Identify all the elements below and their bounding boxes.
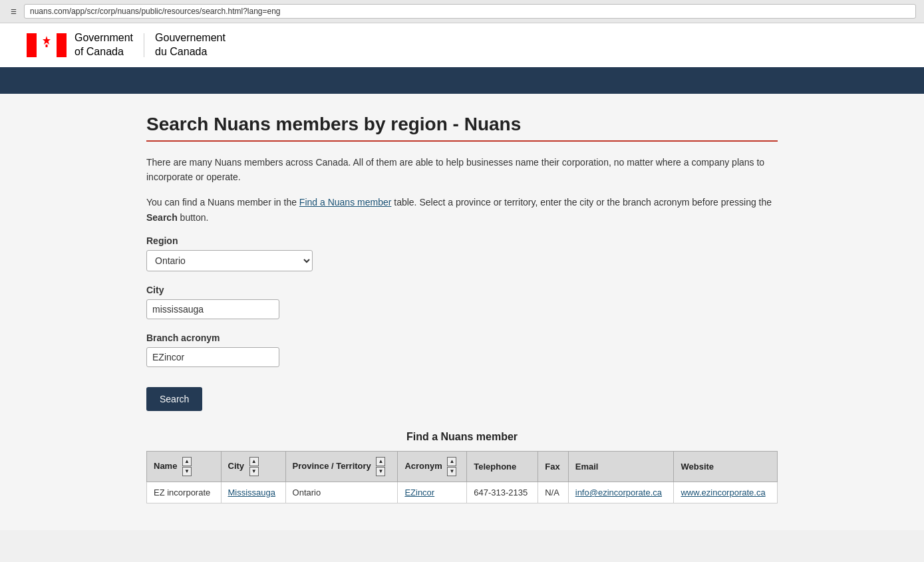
acronym-sort-down[interactable]: ▼ bbox=[447, 467, 456, 476]
table-row: EZ incorporate Mississauga Ontario EZinc… bbox=[147, 482, 778, 503]
intro2-post-text: table. Select a province or territory, e… bbox=[391, 197, 772, 208]
results-table: Name ▲ ▼ City ▲ ▼ Provin bbox=[146, 451, 778, 503]
website-link[interactable]: www.ezincorporate.ca bbox=[681, 488, 765, 497]
browser-menu-icon[interactable]: ☰ bbox=[8, 6, 19, 17]
find-member-link[interactable]: Find a Nuans member bbox=[299, 197, 392, 208]
col-acronym: Acronym ▲ ▼ bbox=[398, 452, 467, 482]
city-sort[interactable]: ▲ ▼ bbox=[249, 457, 259, 476]
city-sort-down[interactable]: ▼ bbox=[249, 467, 259, 476]
cell-acronym: EZincor bbox=[398, 482, 467, 503]
cell-province: Ontario bbox=[285, 482, 398, 503]
header-divider bbox=[144, 33, 144, 57]
region-label: Region bbox=[146, 235, 778, 246]
region-select[interactable]: Ontario All regions Alberta British Colu… bbox=[146, 250, 313, 271]
col-name: Name ▲ ▼ bbox=[147, 452, 222, 482]
acronym-sort-up[interactable]: ▲ bbox=[447, 457, 456, 466]
table-section: Find a Nuans member Name ▲ ▼ City ▲ bbox=[146, 431, 778, 503]
name-sort-up[interactable]: ▲ bbox=[182, 457, 192, 466]
svg-rect-2 bbox=[57, 33, 67, 57]
city-input[interactable] bbox=[146, 299, 279, 319]
cell-email: info@ezincorporate.ca bbox=[568, 482, 674, 503]
intro-paragraph-1: There are many Nuans members across Cana… bbox=[146, 155, 778, 185]
gov-name-en: Government of Canada bbox=[75, 31, 133, 59]
search-button[interactable]: Search bbox=[146, 387, 202, 411]
acronym-link[interactable]: EZincor bbox=[404, 488, 434, 497]
name-sort[interactable]: ▲ ▼ bbox=[182, 457, 192, 476]
intro2-pre-text: You can find a Nuans member in the bbox=[146, 197, 299, 208]
city-link[interactable]: Mississauga bbox=[228, 488, 276, 497]
cell-city: Mississauga bbox=[221, 482, 285, 503]
region-section: Region Ontario All regions Alberta Briti… bbox=[146, 235, 778, 271]
col-city: City ▲ ▼ bbox=[221, 452, 285, 482]
svg-rect-0 bbox=[27, 33, 37, 57]
branch-input[interactable] bbox=[146, 347, 279, 367]
url-bar[interactable]: nuans.com/app/scr/corp/nuans/public/reso… bbox=[24, 4, 916, 19]
cell-name: EZ incorporate bbox=[147, 482, 222, 503]
browser-bar: ☰ nuans.com/app/scr/corp/nuans/public/re… bbox=[0, 0, 924, 23]
intro2-search-bold: Search bbox=[146, 212, 178, 223]
email-link[interactable]: info@ezincorporate.ca bbox=[575, 488, 662, 497]
branch-label: Branch acronym bbox=[146, 333, 778, 343]
gov-name-fr: Gouvernement du Canada bbox=[155, 31, 226, 59]
acronym-sort[interactable]: ▲ ▼ bbox=[447, 457, 456, 476]
col-email: Email bbox=[568, 452, 674, 482]
main-content: Search Nuans members by region - Nuans T… bbox=[0, 94, 924, 531]
table-body: EZ incorporate Mississauga Ontario EZinc… bbox=[147, 482, 778, 503]
city-label: City bbox=[146, 285, 778, 295]
name-sort-down[interactable]: ▼ bbox=[182, 467, 192, 476]
cell-fax: N/A bbox=[538, 482, 569, 503]
canada-flag bbox=[27, 33, 67, 57]
city-section: City bbox=[146, 285, 778, 319]
col-telephone: Telephone bbox=[467, 452, 538, 482]
branch-section: Branch acronym bbox=[146, 333, 778, 367]
city-sort-up[interactable]: ▲ bbox=[249, 457, 259, 466]
cell-telephone: 647-313-2135 bbox=[467, 482, 538, 503]
province-sort-up[interactable]: ▲ bbox=[376, 457, 385, 466]
intro-paragraph-2: You can find a Nuans member in the Find … bbox=[146, 195, 778, 225]
site-header: Government of Canada Gouvernement du Can… bbox=[0, 23, 924, 67]
col-province: Province / Territory ▲ ▼ bbox=[285, 452, 398, 482]
table-title: Find a Nuans member bbox=[146, 431, 778, 443]
col-website: Website bbox=[674, 452, 778, 482]
intro2-end-text: button. bbox=[178, 212, 209, 223]
svg-rect-4 bbox=[46, 45, 48, 47]
province-sort-down[interactable]: ▼ bbox=[376, 467, 385, 476]
province-sort[interactable]: ▲ ▼ bbox=[376, 457, 385, 476]
cell-website: www.ezincorporate.ca bbox=[674, 482, 778, 503]
nav-bar bbox=[0, 67, 924, 94]
page-title: Search Nuans members by region - Nuans bbox=[146, 114, 778, 135]
col-fax: Fax bbox=[538, 452, 569, 482]
title-divider bbox=[146, 140, 778, 142]
table-header-row: Name ▲ ▼ City ▲ ▼ Provin bbox=[147, 452, 778, 482]
